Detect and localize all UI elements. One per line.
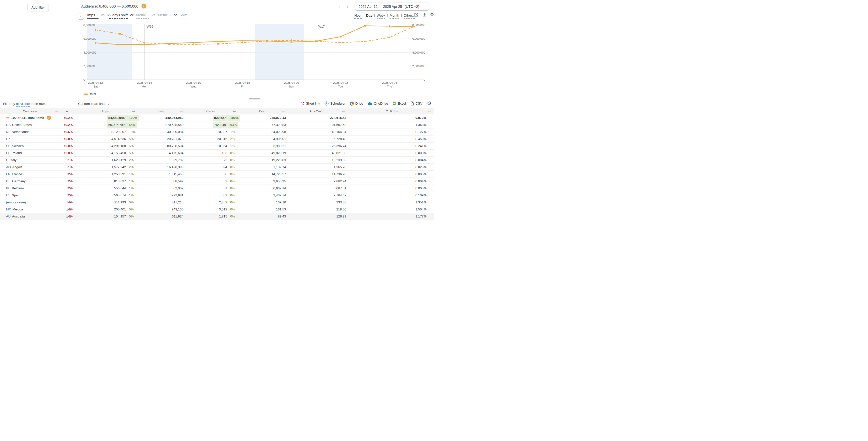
- shift-2-selector[interactable]: Shift: [180, 13, 187, 19]
- all-visible-link[interactable]: all visible: [16, 102, 30, 107]
- column-menu-icon[interactable]: ⋯: [428, 109, 432, 113]
- table-row[interactable]: SE Sweden ±0.8% 4,291,188 5% 80,738,504 …: [0, 143, 434, 150]
- column-header-adv-cost[interactable]: Adv Cost ⋯: [289, 108, 349, 114]
- column-menu-icon[interactable]: ⋯: [342, 109, 345, 113]
- excel-button[interactable]: Excel: [392, 101, 406, 106]
- cost-cell: 23,980.21: [242, 144, 289, 148]
- chart-point[interactable]: [340, 36, 342, 38]
- country-cell: 100 of 241 total items i: [0, 116, 60, 120]
- country-code: PL: [6, 151, 10, 155]
- bids-cell: 440,964,952: [141, 116, 186, 120]
- shift-1-selector[interactable]: × 2 days shift: [107, 13, 128, 17]
- chart-point[interactable]: [193, 42, 194, 43]
- accuracy-cell: ±0.2%: [60, 116, 73, 120]
- column-menu-icon[interactable]: ⋯: [282, 109, 286, 113]
- chart-point[interactable]: [217, 41, 219, 42]
- info-icon[interactable]: i: [142, 4, 146, 8]
- chart-point[interactable]: [389, 25, 391, 27]
- metric-2-selector[interactable]: Metric ⌄: [136, 13, 149, 19]
- chart-point[interactable]: [119, 33, 121, 35]
- table-row[interactable]: NL Netherlands ±0.6% 8,129,807 10% 40,30…: [0, 128, 434, 136]
- column-header-clicks[interactable]: Clicks: [186, 108, 227, 114]
- google-drive-button[interactable]: Drive: [350, 101, 363, 106]
- chart-point[interactable]: [144, 44, 146, 46]
- granularity-hour[interactable]: Hour: [354, 13, 362, 19]
- metric-3-selector[interactable]: Metric ⌄: [158, 13, 171, 19]
- granularity-other[interactable]: Other...: [404, 13, 415, 19]
- imps-pct-cell: 2%: [126, 158, 141, 162]
- date-prev-button[interactable]: ‹: [337, 4, 341, 9]
- column-header-ctr[interactable]: CTRf(x) ⋯: [349, 108, 434, 114]
- table-row[interactable]: IT Italy ±1% 1,620,129 2% 1,829,782 72 0…: [0, 157, 434, 164]
- adv-cost-cell: 14,736.20: [289, 172, 349, 176]
- table-row[interactable]: AU Australia ±4% 154,157 0% 311,924 1,81…: [0, 213, 434, 220]
- add-filter-button[interactable]: Add filter: [28, 4, 49, 11]
- timeseries-chart[interactable]: 002,000,0002,000,0004,000,0004,000,0006,…: [0, 22, 434, 90]
- table-row[interactable]: UK ±0.8% 4,514,636 5% 20,781,073 20,316 …: [0, 136, 434, 143]
- chart-point[interactable]: [95, 29, 96, 31]
- granularity-month[interactable]: Month: [390, 13, 399, 19]
- chart-point[interactable]: [144, 42, 146, 44]
- chart-resize-handle[interactable]: [249, 98, 260, 101]
- table-row[interactable]: BE Belgium ±2% 556,644 1% 582,002 31 0% …: [0, 185, 434, 192]
- chart-point[interactable]: [266, 40, 268, 42]
- table-row[interactable]: AO Angola ±1% 1,577,942 2% 16,490,395 39…: [0, 164, 434, 171]
- date-next-button[interactable]: ›: [345, 4, 349, 9]
- add-column-button[interactable]: +: [60, 108, 73, 114]
- chart-point[interactable]: [119, 44, 121, 46]
- onedrive-button[interactable]: OneDrive: [367, 101, 388, 105]
- cost-cell: 2,402.74: [242, 193, 289, 197]
- chart-legend[interactable]: total: [84, 92, 96, 96]
- country-cell: PL Poland: [0, 151, 60, 155]
- csv-button[interactable]: CSV: [410, 101, 423, 106]
- date-range-picker[interactable]: 2025 Apr 12 — 2025 Apr 25 (UTC +2) ⌄: [355, 2, 429, 10]
- column-menu-clicks-icon[interactable]: ⋯: [227, 108, 242, 114]
- chart-point[interactable]: [193, 43, 194, 45]
- granularity-week[interactable]: Week: [377, 13, 385, 19]
- chart-point[interactable]: [364, 25, 366, 27]
- table-row[interactable]: PL Poland ±0.8% 4,155,450 5% 4,175,684 1…: [0, 150, 434, 157]
- chart-point[interactable]: [291, 41, 292, 43]
- table-row[interactable]: US United States ±0.2% 55,936,799 66% 27…: [0, 121, 434, 128]
- download-icon[interactable]: [422, 12, 427, 18]
- short-link-button[interactable]: Short link: [300, 101, 320, 106]
- column-menu-imps-icon[interactable]: ⋯: [126, 108, 141, 114]
- scheduler-button[interactable]: Scheduler: [324, 101, 345, 106]
- column-menu-icon[interactable]: ⋯: [55, 109, 58, 113]
- open-in-new-icon[interactable]: [413, 12, 419, 18]
- table-settings-gear-icon[interactable]: ⚙: [427, 100, 432, 106]
- column-header-country[interactable]: Country⌄ ⋯: [0, 108, 60, 114]
- chart-point[interactable]: [217, 43, 219, 45]
- chart-point[interactable]: [291, 39, 292, 41]
- gear-icon[interactable]: ⚙: [429, 12, 434, 17]
- info-icon[interactable]: i: [47, 116, 51, 120]
- column-header-cost[interactable]: Cost ⋯: [242, 108, 289, 114]
- chart-point[interactable]: [242, 42, 244, 43]
- table-row[interactable]: (empty value) ±4% 211,193 0% 817,215 2,8…: [0, 199, 434, 206]
- imps-cell: 1,577,942: [73, 165, 126, 169]
- table-row[interactable]: ES Spain ±2% 505,674 1% 722,981 553 0% 2…: [0, 192, 434, 199]
- custom-chart-lines-selector[interactable]: Custom chart lines ⌄: [78, 102, 110, 106]
- metric-1-selector[interactable]: Imps ⌄: [87, 13, 98, 19]
- column-header-bids[interactable]: Bids ⋯: [141, 108, 186, 114]
- remove-shift-icon[interactable]: ×: [107, 13, 109, 17]
- table-row[interactable]: DE Germany ±2% 818,037 1% 888,592 32 0% …: [0, 178, 434, 185]
- chart-back-button[interactable]: ‹: [78, 13, 84, 19]
- chart-point[interactable]: [364, 41, 366, 42]
- chart-point[interactable]: [340, 42, 342, 43]
- granularity-day[interactable]: Day: [366, 13, 372, 18]
- table-row[interactable]: FR France ±2% 1,253,391 1% 1,315,455 66 …: [0, 171, 434, 178]
- chart-point[interactable]: [242, 40, 244, 41]
- imps-cell: 84,448,945: [73, 116, 126, 120]
- chart-point[interactable]: [95, 42, 96, 44]
- table-row[interactable]: 100 of 241 total items i ±0.2% 84,448,94…: [0, 114, 434, 121]
- column-menu-icon[interactable]: ⋯: [180, 109, 184, 113]
- chart-point[interactable]: [389, 36, 391, 38]
- clicks-pct-cell: 93%: [227, 123, 242, 127]
- chart-point[interactable]: [315, 40, 317, 42]
- chart-point[interactable]: [168, 43, 170, 45]
- column-header-imps[interactable]: ↓ Imps: [73, 108, 126, 114]
- country-name: United States: [12, 123, 32, 127]
- table-row[interactable]: MX Mexico ±4% 200,401 0% 243,100 3,013 0…: [0, 206, 434, 213]
- chart-point[interactable]: [413, 26, 415, 27]
